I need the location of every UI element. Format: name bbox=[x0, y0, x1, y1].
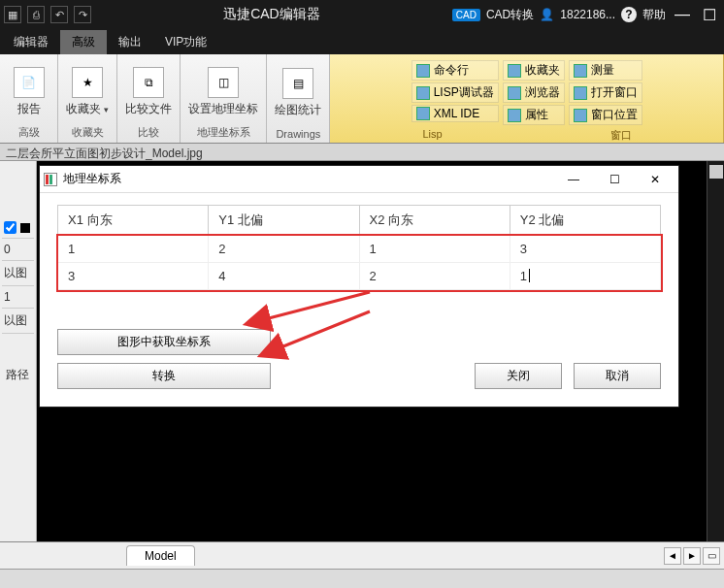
right-tool-icon[interactable] bbox=[709, 165, 723, 179]
ribbon-group-gold: 命令行 LISP调试器 XML IDE 收藏夹 浏览器 属性 测量 打开窗口 窗… bbox=[330, 54, 724, 143]
report-icon: 📄 bbox=[14, 67, 45, 98]
layer-row[interactable]: 1 bbox=[2, 286, 34, 309]
user-icon: 👤 bbox=[540, 8, 554, 21]
model-tab[interactable]: Model bbox=[126, 545, 195, 566]
tab-advanced[interactable]: 高级 bbox=[60, 30, 107, 54]
title-bar: ▦ ⎙ ↶ ↷ 迅捷CAD编辑器 CAD CAD转换 👤 1822186... … bbox=[0, 0, 724, 29]
geo-coordinate-dialog: 地理坐标系 — ☐ ✕ X1 向东 Y1 北偏 X2 向东 Y2 北偏 1 2 … bbox=[39, 165, 679, 408]
help-link[interactable]: 帮助 bbox=[642, 7, 666, 23]
layer-row[interactable]: 以图 bbox=[2, 309, 34, 334]
menu-bar: 编辑器 高级 输出 VIP功能 bbox=[0, 29, 724, 54]
lisp-icon bbox=[416, 86, 430, 100]
ribbon-group-compare[interactable]: ⧉比较文件 比较 bbox=[117, 54, 181, 143]
col-header[interactable]: Y2 北偏 bbox=[510, 206, 660, 236]
cell[interactable]: 1 bbox=[58, 236, 209, 263]
gold-item-measure[interactable]: 测量 bbox=[569, 60, 642, 81]
col-header[interactable]: X2 向东 bbox=[359, 206, 510, 236]
drawings-icon: ▤ bbox=[282, 68, 313, 99]
dialog-close-button[interactable]: ✕ bbox=[636, 169, 675, 190]
dialog-maximize-button[interactable]: ☐ bbox=[595, 169, 634, 190]
table-row[interactable]: 1 2 1 3 bbox=[58, 236, 661, 263]
status-bar bbox=[0, 569, 724, 588]
measure-icon bbox=[574, 64, 587, 78]
help-icon[interactable]: ? bbox=[621, 7, 637, 22]
window-pos-icon bbox=[574, 109, 587, 122]
gold-item-open-window[interactable]: 打开窗口 bbox=[569, 82, 642, 103]
layer-checkbox[interactable] bbox=[4, 221, 16, 234]
cell[interactable]: 3 bbox=[510, 236, 660, 263]
left-panel: 0 以图 1 以图 路径 bbox=[0, 161, 37, 541]
cmdline-icon bbox=[416, 64, 430, 78]
cell[interactable]: 4 bbox=[209, 263, 359, 290]
open-window-icon bbox=[574, 86, 587, 100]
geo-icon: ◫ bbox=[208, 67, 239, 98]
print-icon[interactable]: ⎙ bbox=[27, 6, 45, 23]
ribbon-group-favorites[interactable]: ★收藏夹 ▾ 收藏夹 bbox=[58, 54, 117, 143]
star-icon bbox=[508, 64, 521, 78]
ribbon: 📄报告 高级 ★收藏夹 ▾ 收藏夹 ⧉比较文件 比较 ◫设置地理坐标 地理坐标系… bbox=[0, 54, 724, 144]
layer-row[interactable]: 以图 bbox=[2, 261, 34, 286]
gold-item-properties[interactable]: 属性 bbox=[503, 105, 565, 125]
ribbon-group-drawings[interactable]: ▤绘图统计 Drawings bbox=[267, 54, 330, 143]
undo-icon[interactable]: ↶ bbox=[50, 6, 68, 23]
cad-badge-icon: CAD bbox=[452, 9, 480, 21]
path-label: 路径 bbox=[2, 363, 34, 387]
cell[interactable]: 2 bbox=[209, 236, 359, 263]
browser-icon bbox=[508, 86, 521, 100]
maximize-icon[interactable]: ☐ bbox=[699, 6, 720, 24]
gold-item-favorites[interactable]: 收藏夹 bbox=[503, 60, 565, 81]
dialog-title: 地理坐标系 bbox=[63, 171, 121, 187]
ribbon-group-geo[interactable]: ◫设置地理坐标 地理坐标系 bbox=[181, 54, 267, 143]
redo-icon[interactable]: ↷ bbox=[74, 6, 91, 23]
coordinate-table: X1 向东 Y1 北偏 X2 向东 Y2 北偏 1 2 1 3 3 4 2 1 bbox=[57, 205, 661, 290]
cancel-button[interactable]: 取消 bbox=[574, 363, 661, 389]
file-tab[interactable]: 二层会所平立面图初步设计_Model.jpg bbox=[0, 144, 724, 161]
gold-item-cmdline[interactable]: 命令行 bbox=[411, 60, 499, 81]
cell[interactable]: 3 bbox=[58, 263, 209, 290]
gold-item-xml[interactable]: XML IDE bbox=[411, 105, 499, 122]
ribbon-group-report[interactable]: 📄报告 高级 bbox=[0, 54, 58, 143]
gold-item-browser[interactable]: 浏览器 bbox=[503, 82, 565, 103]
dialog-minimize-button[interactable]: — bbox=[554, 169, 593, 190]
layer-row[interactable] bbox=[2, 217, 34, 239]
bottom-tab-bar: Model ◄ ► ▭ bbox=[0, 541, 724, 569]
close-button[interactable]: 关闭 bbox=[475, 363, 562, 389]
table-row[interactable]: 3 4 2 1 bbox=[58, 263, 661, 290]
chevron-down-icon: ▾ bbox=[104, 105, 109, 114]
minimize-icon[interactable]: — bbox=[672, 6, 693, 23]
user-label[interactable]: 1822186... bbox=[560, 8, 615, 21]
compare-icon: ⧉ bbox=[133, 67, 164, 98]
layer-row[interactable]: 0 bbox=[2, 239, 34, 261]
cell[interactable]: 1 bbox=[359, 236, 510, 263]
tab-output[interactable]: 输出 bbox=[107, 30, 153, 54]
dialog-icon bbox=[44, 173, 57, 186]
gold-item-lisp[interactable]: LISP调试器 bbox=[411, 82, 499, 103]
save-icon[interactable]: ▦ bbox=[4, 6, 21, 23]
col-header[interactable]: Y1 北偏 bbox=[209, 206, 359, 236]
xml-icon bbox=[416, 107, 430, 120]
col-header[interactable]: X1 向东 bbox=[58, 206, 209, 236]
cell-editing[interactable]: 1 bbox=[510, 263, 660, 290]
convert-button[interactable]: 转换 bbox=[57, 363, 271, 389]
tab-editor[interactable]: 编辑器 bbox=[2, 30, 60, 54]
app-title: 迅捷CAD编辑器 bbox=[97, 6, 446, 23]
tab-vip[interactable]: VIP功能 bbox=[153, 30, 218, 54]
scroll-handle-icon[interactable]: ▭ bbox=[703, 547, 720, 565]
right-toolbar bbox=[707, 161, 724, 541]
cell[interactable]: 2 bbox=[359, 263, 510, 290]
get-from-drawing-button[interactable]: 图形中获取坐标系 bbox=[57, 329, 271, 355]
gold-item-window-pos[interactable]: 窗口位置 bbox=[569, 105, 642, 125]
properties-icon bbox=[508, 109, 521, 122]
scroll-left-icon[interactable]: ◄ bbox=[664, 547, 681, 565]
favorites-icon: ★ bbox=[72, 67, 103, 98]
scroll-right-icon[interactable]: ► bbox=[683, 547, 701, 565]
cad-convert-link[interactable]: CAD转换 bbox=[486, 7, 534, 23]
dialog-titlebar[interactable]: 地理坐标系 — ☐ ✕ bbox=[40, 166, 678, 193]
